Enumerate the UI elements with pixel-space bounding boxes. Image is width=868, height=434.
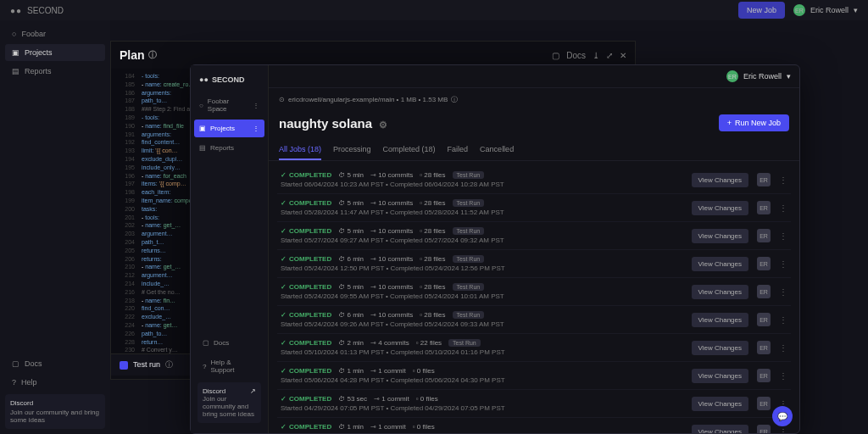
folder-icon[interactable]: ▢: [552, 51, 559, 60]
more-menu[interactable]: ⋮: [779, 427, 787, 434]
check-icon: ✓: [281, 367, 287, 375]
view-changes-button[interactable]: View Changes: [692, 173, 748, 187]
commits: ⊸ 10 commits: [370, 227, 413, 235]
chevron-down-icon: ▾: [854, 6, 858, 14]
sidebar-item-projects[interactable]: ▣Projects⋮: [194, 120, 264, 137]
duration: ⏱ 5 min: [338, 227, 364, 235]
job-timestamps: Started 04/29/2024 07:05 PM PST • Comple…: [281, 404, 688, 412]
duration: ⏱ 5 min: [338, 171, 364, 179]
more-menu[interactable]: ⋮: [779, 231, 787, 241]
bg-sidebar-reports[interactable]: ▤Reports: [5, 63, 105, 80]
view-changes-button[interactable]: View Changes: [692, 229, 748, 243]
view-changes-button[interactable]: View Changes: [692, 257, 748, 271]
bg-discord-card[interactable]: Discord Join our community and bring som…: [5, 394, 105, 429]
duration: ⏱ 1 min: [338, 367, 364, 375]
chat-button[interactable]: 💬: [772, 406, 793, 426]
run-badge: Test Run: [453, 199, 485, 207]
bg-sidebar-foobar[interactable]: ○Foobar: [5, 25, 105, 42]
commits: ⊸ 10 commits: [370, 311, 413, 319]
close-icon[interactable]: ✕: [620, 51, 626, 60]
tab-processing[interactable]: Processing: [333, 140, 371, 160]
more-menu[interactable]: ⋮: [779, 371, 787, 381]
run-badge: Test Run: [453, 283, 485, 291]
commits: ⊸ 10 commits: [370, 283, 413, 291]
more-menu[interactable]: ⋮: [779, 203, 787, 213]
status-badge: ✓COMPLETED: [281, 339, 331, 347]
avatar: ER: [757, 369, 771, 382]
tab-completed-[interactable]: Completed (18): [383, 140, 436, 160]
job-row: ✓COMPLETED ⏱ 5 min ⊸ 10 commits ▫ 28 fil…: [277, 278, 791, 306]
job-row: ✓COMPLETED ⏱ 6 min ⊸ 10 commits ▫ 28 fil…: [277, 306, 791, 334]
sidebar-help[interactable]: ? Help & Support: [198, 353, 261, 379]
plan-title: Plan ⓘ: [120, 48, 157, 62]
tab-all-jobs-[interactable]: All Jobs (18): [279, 140, 321, 160]
more-menu[interactable]: ⋮: [779, 343, 787, 353]
commits: ⊸ 10 commits: [370, 255, 413, 263]
view-changes-button[interactable]: View Changes: [692, 341, 748, 355]
sidebar-item-foobar[interactable]: ○Foobar Space⋮: [194, 92, 264, 118]
view-changes-button[interactable]: View Changes: [692, 313, 748, 327]
duration: ⏱ 6 min: [338, 255, 364, 263]
tab-failed[interactable]: Failed: [448, 140, 469, 160]
job-row: ✓COMPLETED ⏱ 5 min ⊸ 10 commits ▫ 28 fil…: [277, 166, 791, 194]
commits: ⊸ 10 commits: [370, 171, 413, 179]
info-icon[interactable]: ⓘ: [148, 49, 157, 61]
sidebar-docs[interactable]: ▢ Docs: [198, 334, 261, 352]
check-icon: ✓: [281, 311, 287, 319]
status-badge: ✓COMPLETED: [281, 227, 331, 235]
job-row: ✓COMPLETED ⏱ 2 min ⊸ 4 commits ▫ 22 file…: [277, 334, 791, 362]
bg-new-job-button[interactable]: New Job: [738, 2, 785, 19]
sidebar-item-reports[interactable]: ▤Reports: [194, 139, 264, 157]
bg-help[interactable]: ? Help: [5, 374, 105, 391]
bg-user-menu[interactable]: ER Eric Rowell ▾: [793, 4, 858, 16]
bg-docs[interactable]: ▢ Docs: [5, 355, 105, 372]
more-menu[interactable]: ⋮: [779, 175, 787, 185]
status-badge: ✓COMPLETED: [281, 423, 331, 431]
more-menu[interactable]: ⋮: [779, 287, 787, 297]
duration: ⏱ 53 sec: [338, 395, 367, 403]
avatar: ER: [793, 4, 805, 16]
job-row: ✓COMPLETED ⏱ 53 sec ⊸ 1 commit ▫ 0 files…: [277, 390, 791, 418]
files: ▫ 28 files: [420, 199, 445, 207]
files: ▫ 0 files: [413, 423, 435, 431]
files: ▫ 28 files: [420, 227, 445, 235]
avatar: ER: [757, 229, 771, 242]
view-changes-button[interactable]: View Changes: [692, 285, 748, 299]
sidebar-discord[interactable]: Discord↗ Join our community and bring so…: [198, 382, 261, 423]
user-menu[interactable]: ER Eric Rowell ▾: [726, 70, 791, 82]
check-icon: ✓: [281, 423, 287, 431]
expand-icon[interactable]: ⤢: [606, 51, 613, 60]
view-changes-button[interactable]: View Changes: [692, 397, 748, 411]
view-changes-button[interactable]: View Changes: [692, 201, 748, 215]
duration: ⏱ 2 min: [338, 339, 364, 347]
view-changes-button[interactable]: View Changes: [692, 425, 748, 434]
run-badge: Test Run: [453, 255, 485, 263]
test-run-icon: [120, 361, 128, 370]
bg-logo: ●● SECOND: [10, 6, 64, 15]
duration: ⏱ 6 min: [338, 311, 364, 319]
view-changes-button[interactable]: View Changes: [692, 369, 748, 383]
status-badge: ✓COMPLETED: [281, 367, 331, 375]
download-icon[interactable]: ⤓: [593, 51, 599, 60]
job-timestamps: Started 05/24/2024 09:55 AM PST • Comple…: [281, 292, 688, 300]
run-new-job-button[interactable]: + Run New Job: [719, 114, 789, 131]
bg-sidebar-projects[interactable]: ▣Projects: [5, 44, 105, 61]
chevron-down-icon: ▾: [787, 72, 791, 81]
job-row: ✓COMPLETED ⏱ 6 min ⊸ 10 commits ▫ 28 fil…: [277, 250, 791, 278]
info-icon[interactable]: ⓘ: [165, 359, 173, 370]
more-menu[interactable]: ⋮: [779, 259, 787, 269]
avatar: ER: [757, 397, 771, 410]
info-icon[interactable]: ⓘ: [451, 95, 458, 104]
plan-docs-link[interactable]: Docs: [566, 51, 586, 60]
job-row: ✓COMPLETED ⏱ 5 min ⊸ 10 commits ▫ 28 fil…: [277, 222, 791, 250]
tab-cancelled[interactable]: Cancelled: [480, 140, 514, 160]
run-badge: Test Run: [453, 311, 485, 319]
job-timestamps: Started 05/28/2024 11:47 AM PST • Comple…: [281, 209, 688, 216]
job-timestamps: Started 05/27/2024 09:27 AM PST • Comple…: [281, 236, 688, 244]
commits: ⊸ 1 commit: [370, 367, 406, 375]
check-icon: ✓: [281, 199, 287, 207]
files: ▫ 28 files: [420, 255, 445, 263]
more-menu[interactable]: ⋮: [779, 315, 787, 325]
job-row: ✓COMPLETED ⏱ 1 min ⊸ 1 commit ▫ 0 files …: [277, 362, 791, 390]
gear-icon[interactable]: ⚙: [379, 120, 387, 130]
